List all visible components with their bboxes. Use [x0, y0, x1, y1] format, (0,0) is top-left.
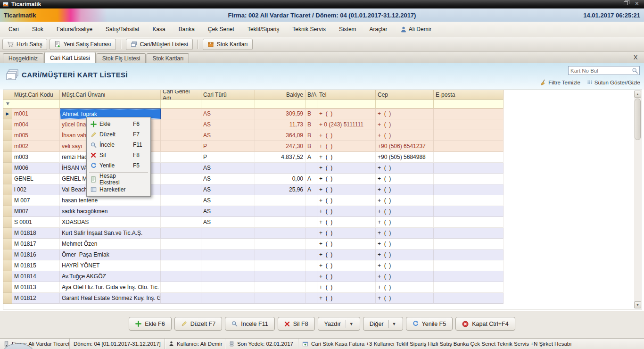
- cell-tel[interactable]: + ( ): [317, 141, 376, 152]
- cell-eposta[interactable]: [434, 174, 504, 184]
- cell-eposta[interactable]: [434, 249, 504, 260]
- row-selector[interactable]: [3, 206, 12, 217]
- cell-eposta[interactable]: [434, 239, 504, 249]
- tab-stok-kartlar[interactable]: Stok Kartları: [147, 53, 189, 63]
- cell-eposta[interactable]: [434, 163, 504, 174]
- cell-ba[interactable]: B: [305, 130, 317, 141]
- row-selector[interactable]: ▶: [3, 108, 12, 119]
- cell-tel[interactable]: + ( ): [317, 249, 376, 260]
- cell-name[interactable]: hasan tentene: [60, 195, 161, 206]
- cell-genel[interactable]: [161, 260, 201, 271]
- menu-item-stok[interactable]: Stok: [25, 24, 50, 35]
- cell-bakiye[interactable]: [255, 239, 305, 249]
- cell-genel[interactable]: [161, 228, 201, 239]
- toolbar-button-yeni-sat-faturas[interactable]: Yeni Satış Faturası: [50, 39, 116, 50]
- cell-code[interactable]: M 01815: [12, 260, 60, 271]
- column-header-cep[interactable]: Cep: [376, 90, 434, 100]
- cell-eposta[interactable]: [434, 206, 504, 217]
- cell-turu[interactable]: AS: [201, 130, 255, 141]
- cell-tel[interactable]: + ( ): [317, 184, 376, 195]
- search-icon[interactable]: [632, 67, 638, 74]
- cell-cep[interactable]: + ( ): [376, 108, 434, 119]
- cell-eposta[interactable]: [434, 119, 504, 130]
- filter-cell-cari-genel-ad[interactable]: [161, 100, 201, 108]
- context-menu-item-d-zelt[interactable]: DüzeltF7: [87, 129, 150, 140]
- restore-button[interactable]: [622, 1, 629, 7]
- table-row[interactable]: M 01814Av.Tuğçe AKGÖZ+ ( )+ ( ): [3, 271, 504, 282]
- cell-eposta[interactable]: [434, 184, 504, 195]
- vertical-scrollbar[interactable]: ▲ ▼: [634, 91, 641, 308]
- row-selector[interactable]: [3, 141, 12, 152]
- cell-bakiye[interactable]: [255, 249, 305, 260]
- cell-name[interactable]: Garant Real Estate Sönmez Kuy. İnş. G: [60, 293, 161, 304]
- cell-tel[interactable]: + ( ): [317, 130, 376, 141]
- column-header-tel[interactable]: Tel: [317, 90, 376, 100]
- footer-button-d-zelt-f7[interactable]: Düzelt F7: [174, 317, 223, 331]
- menu-item-teknik-servis[interactable]: Teknik Servis: [286, 24, 332, 35]
- chevron-down-icon[interactable]: ▼: [388, 320, 396, 328]
- cell-code[interactable]: S 0001: [12, 217, 60, 228]
- cell-tel[interactable]: + ( ): [317, 206, 376, 217]
- cell-code[interactable]: i 002: [12, 184, 60, 195]
- cell-bakiye[interactable]: [255, 228, 305, 239]
- cell-bakiye[interactable]: [255, 260, 305, 271]
- cell-bakiye[interactable]: 247,30: [255, 141, 305, 152]
- context-menu-item-hareketler[interactable]: Hareketler: [87, 184, 150, 195]
- cell-name[interactable]: XDASDAS: [60, 217, 161, 228]
- cell-tel[interactable]: + 0 (243) 5111111: [317, 119, 376, 130]
- cell-bakiye[interactable]: 25,96: [255, 184, 305, 195]
- row-selector[interactable]: [3, 228, 12, 239]
- footer-button-ekle-f6[interactable]: Ekle F6: [129, 317, 171, 331]
- cell-turu[interactable]: AS: [201, 163, 255, 174]
- menu-item-ali-demir[interactable]: Ali Demir: [394, 24, 438, 35]
- cell-name[interactable]: Kurt Safir İnşaat San.ve Tic.A.Ş.: [60, 228, 161, 239]
- cell-ba[interactable]: B: [305, 119, 317, 130]
- cell-eposta[interactable]: [434, 282, 504, 293]
- footer-button-yenile-f5[interactable]: Yenile F5: [406, 317, 453, 331]
- table-row[interactable]: i 002Val BeachAS25,96A+ ( )+ ( ): [3, 184, 504, 195]
- cell-genel[interactable]: [161, 195, 201, 206]
- cell-name[interactable]: Mehmet Özen: [60, 239, 161, 249]
- row-selector[interactable]: [3, 239, 12, 249]
- cell-ba[interactable]: A: [305, 174, 317, 184]
- cell-tel[interactable]: + ( ): [317, 163, 376, 174]
- menu-item-fatura-i-rsaliye[interactable]: Fatura/İrsaliye: [50, 24, 99, 35]
- table-row[interactable]: M 01813Aya Otel Hiz.Tur. Gıda ve İnş. Ot…: [3, 282, 504, 293]
- cell-ba[interactable]: B: [305, 141, 317, 152]
- cell-turu[interactable]: AS: [201, 184, 255, 195]
- row-selector[interactable]: [3, 184, 12, 195]
- cell-cep[interactable]: + ( ): [376, 239, 434, 249]
- toolbar-button-stok-kartlar[interactable]: Stok Kartları: [203, 39, 253, 50]
- row-selector[interactable]: [3, 152, 12, 163]
- tab-ho-geldiniz[interactable]: Hoşgeldiniz: [3, 53, 43, 63]
- menu-item-sistem[interactable]: Sistem: [332, 24, 363, 35]
- cell-cep[interactable]: +90 (506) 6541237: [376, 141, 434, 152]
- context-menu-item-sil[interactable]: SilF8: [87, 150, 150, 160]
- column-header-m-t-cari-kodu[interactable]: Müşt.Cari Kodu: [12, 90, 60, 100]
- cell-tel[interactable]: + ( ): [317, 152, 376, 163]
- cell-cep[interactable]: + ( ): [376, 206, 434, 217]
- context-menu-item-i-ncele[interactable]: İnceleF11: [87, 140, 150, 150]
- context-menu-item-yenile[interactable]: YenileF5: [87, 160, 150, 171]
- tab-stok-fi-listesi[interactable]: Stok Fiş Listesi: [97, 53, 146, 63]
- cell-code[interactable]: m001: [12, 108, 60, 119]
- cell-code[interactable]: M 01814: [12, 271, 60, 282]
- cell-code[interactable]: M 007: [12, 195, 60, 206]
- cell-tel[interactable]: + ( ): [317, 228, 376, 239]
- scrollbar-thumb[interactable]: [635, 99, 641, 140]
- row-selector[interactable]: [3, 282, 12, 293]
- table-row[interactable]: m002veli sayıP247,30B+ ( )+90 (506) 6541…: [3, 141, 504, 152]
- cell-eposta[interactable]: [434, 293, 504, 304]
- column-header-b-a[interactable]: B/A: [305, 90, 317, 100]
- footer-button-i-ncele-f11[interactable]: İncele F11: [225, 317, 274, 331]
- row-selector[interactable]: [3, 249, 12, 260]
- cell-cep[interactable]: + ( ): [376, 271, 434, 282]
- table-row[interactable]: M 01818Kurt Safir İnşaat San.ve Tic.A.Ş.…: [3, 228, 504, 239]
- cell-bakiye[interactable]: [255, 195, 305, 206]
- cell-tel[interactable]: + ( ): [317, 217, 376, 228]
- row-selector[interactable]: [3, 174, 12, 184]
- row-selector[interactable]: [3, 119, 12, 130]
- cell-code[interactable]: M007: [12, 206, 60, 217]
- cell-ba[interactable]: A: [305, 184, 317, 195]
- cell-ba[interactable]: [305, 217, 317, 228]
